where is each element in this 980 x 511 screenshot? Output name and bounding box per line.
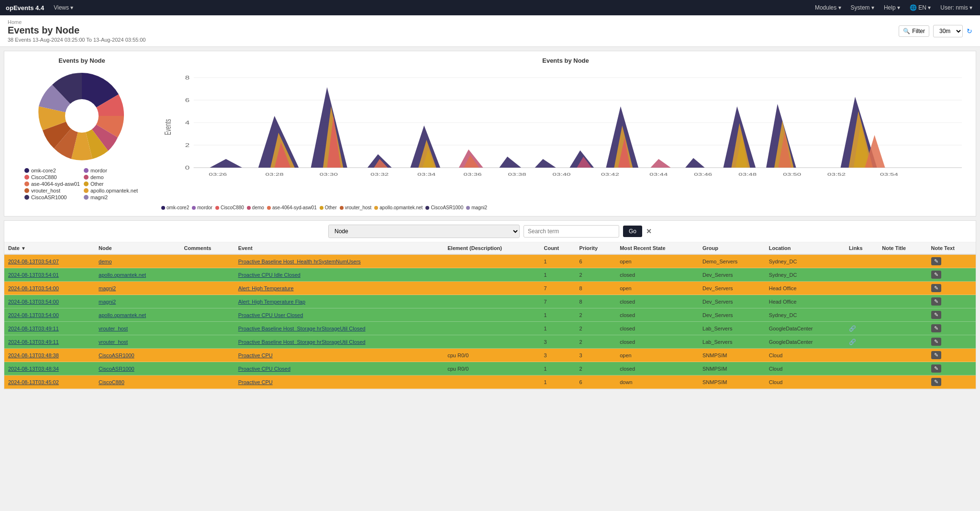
cell-node-link[interactable]: CiscoASR1000 [99,352,134,358]
cell-node[interactable]: magni2 [95,282,180,295]
filter-time-select[interactable]: 30m 1h 6h [933,25,963,37]
cell-node[interactable]: magni2 [95,295,180,308]
cell-date[interactable]: 2024-08-13T03:54:00 [4,295,95,308]
cell-node-link[interactable]: apollo.opmantek.net [99,272,146,278]
cell-event-link[interactable]: Alert: High Temperature [238,285,294,291]
link-icon[interactable]: 🔗 [849,325,856,332]
cell-event[interactable]: Proactive CPU Closed [234,362,444,375]
cell-date[interactable]: 2024-08-13T03:48:34 [4,362,95,375]
cell-node-link[interactable]: CiscoASR1000 [99,366,134,372]
cell-note-text[interactable]: ✎ [927,375,976,389]
link-icon[interactable]: 🔗 [849,339,856,345]
cell-event[interactable]: Proactive CPU User Closed [234,308,444,322]
cell-node[interactable]: apollo.opmantek.net [95,308,180,322]
cell-links[interactable] [845,308,878,322]
cell-node[interactable]: CiscoC880 [95,375,180,389]
edit-button[interactable]: ✎ [931,284,941,292]
col-event[interactable]: Event [234,242,444,254]
cell-note-text[interactable]: ✎ [927,282,976,295]
cell-links[interactable] [845,282,878,295]
nav-help[interactable]: Help ▾ [882,4,902,11]
cell-date-link[interactable]: 2024-08-13T03:54:01 [8,272,59,278]
cell-note-text[interactable]: ✎ [927,362,976,375]
cell-links[interactable]: 🔗 [845,322,878,335]
cell-node-link[interactable]: demo [99,259,112,264]
cell-date-link[interactable]: 2024-08-13T03:48:38 [8,352,59,358]
cell-event[interactable]: Proactive CPU [234,349,444,362]
cell-event-link[interactable]: Proactive Baseline Host_Health hrSystemN… [238,259,361,264]
cell-event-link[interactable]: Proactive CPU User Closed [238,312,303,318]
go-button[interactable]: Go [623,226,642,237]
cell-note-text[interactable]: ✎ [927,322,976,335]
cell-event-link[interactable]: Proactive Baseline Host_Storage hrStorag… [238,339,366,345]
cell-links[interactable] [845,295,878,308]
cell-date-link[interactable]: 2024-08-13T03:45:02 [8,379,59,385]
cell-note-text[interactable]: ✎ [927,335,976,349]
cell-node[interactable]: CiscoASR1000 [95,362,180,375]
cell-date-link[interactable]: 2024-08-13T03:54:00 [8,299,59,305]
col-node[interactable]: Node [95,242,180,254]
cell-event-link[interactable]: Proactive CPU Idle Closed [238,272,301,278]
search-input[interactable] [523,225,619,238]
cell-event[interactable]: Proactive CPU [234,375,444,389]
filter-button[interactable]: 🔍 Filter [899,25,929,37]
cell-event-link[interactable]: Alert: High Temperature Flap [238,299,305,305]
cell-node-link[interactable]: vrouter_host [99,326,128,331]
cell-node-link[interactable]: vrouter_host [99,339,128,345]
edit-button[interactable]: ✎ [931,311,941,319]
edit-button[interactable]: ✎ [931,351,941,359]
nav-system[interactable]: System ▾ [849,4,876,11]
cell-date-link[interactable]: 2024-08-13T03:54:00 [8,312,59,318]
cell-links[interactable] [845,254,878,268]
cell-date-link[interactable]: 2024-08-13T03:48:34 [8,366,59,372]
cell-event[interactable]: Proactive Baseline Host_Storage hrStorag… [234,335,444,349]
nav-user[interactable]: User: nmis ▾ [938,4,974,11]
cell-links[interactable] [845,349,878,362]
cell-event-link[interactable]: Proactive Baseline Host_Storage hrStorag… [238,326,366,331]
edit-button[interactable]: ✎ [931,364,941,373]
cell-date-link[interactable]: 2024-08-13T03:49:11 [8,326,59,331]
edit-button[interactable]: ✎ [931,297,941,306]
cell-date[interactable]: 2024-08-13T03:49:11 [4,335,95,349]
cell-links[interactable] [845,375,878,389]
cell-event-link[interactable]: Proactive CPU [238,379,273,385]
cell-node[interactable]: apollo.opmantek.net [95,268,180,282]
cell-links[interactable]: 🔗 [845,335,878,349]
cell-note-text[interactable]: ✎ [927,268,976,282]
cell-event[interactable]: Proactive Baseline Host_Storage hrStorag… [234,322,444,335]
edit-button[interactable]: ✎ [931,338,941,346]
edit-button[interactable]: ✎ [931,324,941,332]
cell-links[interactable] [845,268,878,282]
cell-note-text[interactable]: ✎ [927,254,976,268]
cell-event-link[interactable]: Proactive CPU [238,352,273,358]
node-select[interactable]: Node [328,225,520,238]
cell-event[interactable]: Alert: High Temperature Flap [234,295,444,308]
cell-date[interactable]: 2024-08-13T03:54:01 [4,268,95,282]
col-date[interactable]: Date ▼ [4,242,95,254]
cell-date-link[interactable]: 2024-08-13T03:54:00 [8,285,59,291]
cell-date[interactable]: 2024-08-13T03:48:38 [4,349,95,362]
breadcrumb[interactable]: Home [8,19,145,25]
cell-node-link[interactable]: apollo.opmantek.net [99,312,146,318]
cell-note-text[interactable]: ✎ [927,295,976,308]
cell-date[interactable]: 2024-08-13T03:54:07 [4,254,95,268]
cell-date-link[interactable]: 2024-08-13T03:54:07 [8,259,59,264]
cell-node[interactable]: vrouter_host [95,322,180,335]
cell-node[interactable]: CiscoASR1000 [95,349,180,362]
cell-date[interactable]: 2024-08-13T03:54:00 [4,282,95,295]
cell-event-link[interactable]: Proactive CPU Closed [238,366,290,372]
edit-button[interactable]: ✎ [931,271,941,279]
cell-links[interactable] [845,362,878,375]
nav-modules[interactable]: Modules ▾ [813,4,843,11]
cell-node[interactable]: demo [95,254,180,268]
cell-event[interactable]: Proactive CPU Idle Closed [234,268,444,282]
cell-node-link[interactable]: magni2 [99,285,116,291]
cell-node-link[interactable]: CiscoC880 [99,379,124,385]
nav-language[interactable]: 🌐 EN ▾ [908,4,933,11]
refresh-button[interactable]: ↻ [967,27,972,35]
edit-button[interactable]: ✎ [931,378,941,386]
cell-date[interactable]: 2024-08-13T03:54:00 [4,308,95,322]
clear-button[interactable]: ✕ [646,227,652,235]
edit-button[interactable]: ✎ [931,257,941,265]
cell-node[interactable]: vrouter_host [95,335,180,349]
